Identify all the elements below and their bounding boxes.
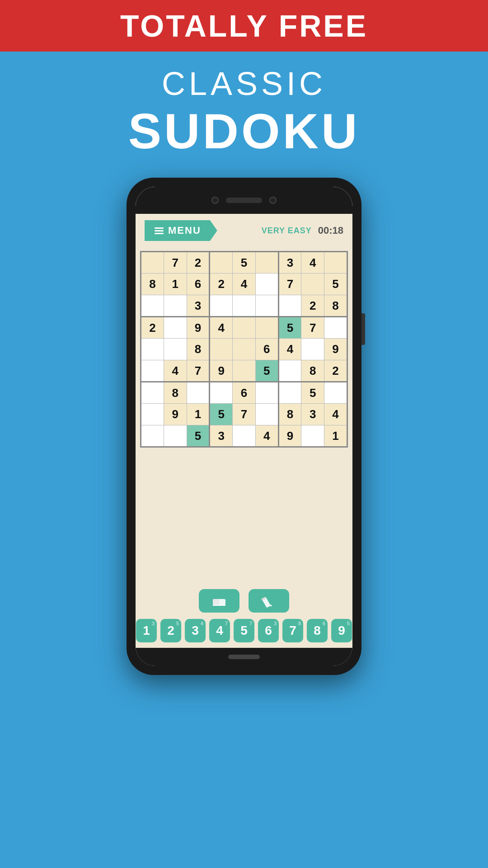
sudoku-cell[interactable]: 9	[210, 360, 233, 382]
sudoku-cell[interactable]: 6	[255, 339, 278, 360]
sudoku-cell[interactable]	[255, 382, 278, 404]
sudoku-cell[interactable]	[301, 425, 324, 447]
num-btn-7[interactable]: 78	[282, 619, 303, 642]
sudoku-cell[interactable]: 9	[164, 404, 187, 425]
sudoku-cell[interactable]: 4	[210, 317, 233, 339]
sudoku-cell[interactable]	[278, 382, 301, 404]
sudoku-cell[interactable]: 6	[187, 274, 210, 295]
sudoku-cell[interactable]	[324, 252, 347, 274]
sudoku-cell[interactable]	[141, 252, 164, 274]
sudoku-cell[interactable]	[301, 274, 324, 295]
sudoku-cell[interactable]: 1	[164, 274, 187, 295]
menu-right: VERY EASY 00:18	[262, 225, 343, 236]
num-superscript: 3	[152, 621, 155, 626]
sudoku-cell[interactable]: 9	[278, 425, 301, 447]
sudoku-cell[interactable]	[141, 382, 164, 404]
sudoku-cell[interactable]: 2	[210, 274, 233, 295]
sudoku-cell[interactable]	[141, 339, 164, 360]
sudoku-cell[interactable]	[141, 425, 164, 447]
sudoku-cell[interactable]	[210, 339, 233, 360]
sudoku-cell[interactable]: 9	[324, 339, 347, 360]
sudoku-cell[interactable]: 5	[210, 404, 233, 425]
sudoku-cell[interactable]	[233, 425, 256, 447]
sudoku-cell[interactable]	[255, 295, 278, 317]
sudoku-cell[interactable]	[278, 360, 301, 382]
sudoku-cell[interactable]: 5	[301, 382, 324, 404]
sudoku-cell[interactable]: 1	[187, 404, 210, 425]
sudoku-cell[interactable]: 3	[278, 252, 301, 274]
sudoku-cell[interactable]	[141, 295, 164, 317]
sudoku-cell[interactable]	[141, 360, 164, 382]
sudoku-cell[interactable]	[233, 360, 256, 382]
sudoku-cell[interactable]: 4	[233, 274, 256, 295]
sudoku-cell[interactable]: 4	[278, 339, 301, 360]
sudoku-cell[interactable]: 8	[301, 360, 324, 382]
sudoku-cell[interactable]	[255, 274, 278, 295]
sudoku-cell[interactable]: 2	[301, 295, 324, 317]
sudoku-cell[interactable]	[324, 382, 347, 404]
sudoku-cell[interactable]: 1	[324, 425, 347, 447]
num-superscript: 8	[298, 621, 301, 626]
sudoku-cell[interactable]	[141, 404, 164, 425]
sudoku-cell[interactable]	[233, 339, 256, 360]
sudoku-cell[interactable]: 2	[187, 252, 210, 274]
sudoku-cell[interactable]	[278, 295, 301, 317]
number-pad: 132534475763788695	[136, 619, 352, 642]
sudoku-cell[interactable]	[255, 317, 278, 339]
sudoku-cell[interactable]	[255, 252, 278, 274]
sudoku-cell[interactable]	[210, 382, 233, 404]
sudoku-cell[interactable]: 8	[278, 404, 301, 425]
sudoku-cell[interactable]: 6	[233, 382, 256, 404]
sudoku-cell[interactable]	[233, 317, 256, 339]
sudoku-cell[interactable]: 3	[187, 295, 210, 317]
sudoku-cell[interactable]: 7	[187, 360, 210, 382]
sudoku-cell[interactable]	[164, 339, 187, 360]
sudoku-cell[interactable]: 5	[278, 317, 301, 339]
num-btn-5[interactable]: 57	[234, 619, 254, 642]
sudoku-cell[interactable]	[164, 425, 187, 447]
sudoku-cell[interactable]: 7	[164, 252, 187, 274]
pencil-button[interactable]	[249, 589, 289, 613]
sudoku-cell[interactable]: 4	[324, 404, 347, 425]
sudoku-cell[interactable]: 8	[164, 382, 187, 404]
erase-button[interactable]	[199, 589, 239, 613]
sudoku-cell[interactable]: 8	[187, 339, 210, 360]
sudoku-cell[interactable]	[164, 295, 187, 317]
sudoku-cell[interactable]	[233, 295, 256, 317]
sudoku-row: 328	[141, 295, 347, 317]
sudoku-cell[interactable]: 9	[187, 317, 210, 339]
menu-button[interactable]: MENU	[145, 220, 217, 241]
sudoku-cell[interactable]: 2	[141, 317, 164, 339]
sudoku-cell[interactable]	[210, 295, 233, 317]
num-btn-1[interactable]: 13	[136, 619, 157, 642]
num-btn-9[interactable]: 95	[331, 619, 352, 642]
num-btn-2[interactable]: 25	[160, 619, 181, 642]
sudoku-cell[interactable]	[255, 404, 278, 425]
sudoku-cell[interactable]	[187, 382, 210, 404]
sudoku-cell[interactable]: 8	[141, 274, 164, 295]
sudoku-cell[interactable]: 4	[301, 252, 324, 274]
sudoku-cell[interactable]	[164, 317, 187, 339]
num-btn-3[interactable]: 34	[185, 619, 206, 642]
sudoku-cell[interactable]: 5	[233, 252, 256, 274]
sudoku-cell[interactable]: 4	[255, 425, 278, 447]
sudoku-row: 53491	[141, 425, 347, 447]
num-btn-8[interactable]: 86	[307, 619, 328, 642]
sudoku-cell[interactable]: 2	[324, 360, 347, 382]
sudoku-cell[interactable]: 7	[301, 317, 324, 339]
sudoku-cell[interactable]: 5	[187, 425, 210, 447]
num-btn-4[interactable]: 47	[209, 619, 230, 642]
sudoku-cell[interactable]: 3	[301, 404, 324, 425]
sudoku-cell[interactable]: 5	[324, 274, 347, 295]
sudoku-cell[interactable]	[301, 339, 324, 360]
sudoku-cell[interactable]: 8	[324, 295, 347, 317]
sudoku-cell[interactable]	[210, 252, 233, 274]
sudoku-cell[interactable]: 7	[233, 404, 256, 425]
sudoku-cell[interactable]	[324, 317, 347, 339]
sudoku-cell[interactable]: 4	[164, 360, 187, 382]
side-button	[361, 313, 365, 345]
sudoku-cell[interactable]: 7	[278, 274, 301, 295]
num-btn-6[interactable]: 63	[258, 619, 279, 642]
sudoku-cell[interactable]: 5	[255, 360, 278, 382]
sudoku-cell[interactable]: 3	[210, 425, 233, 447]
